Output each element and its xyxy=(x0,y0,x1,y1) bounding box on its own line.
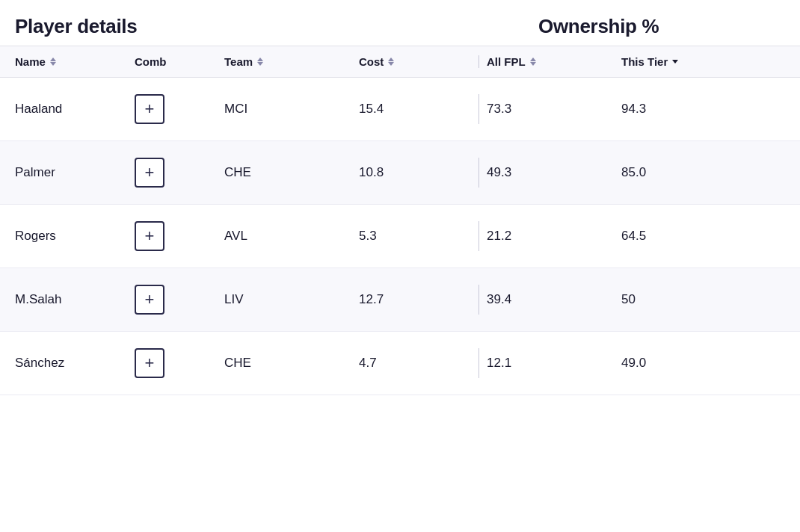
table-row: M.Salah + LIV 12.7 39.4 50 xyxy=(0,268,800,332)
allfpl-label: All FPL xyxy=(487,55,526,68)
player-cost: 15.4 xyxy=(359,102,384,116)
table-row: Palmer + CHE 10.8 49.3 85.0 xyxy=(0,141,800,205)
section-headers: Player details Ownership % xyxy=(0,0,800,46)
thistier-sort-icon[interactable] xyxy=(672,60,678,64)
player-name-cell: Haaland xyxy=(15,102,135,117)
row-divider xyxy=(479,221,479,251)
player-allfpl: 73.3 xyxy=(487,102,511,116)
player-thistier-cell: 50 xyxy=(621,292,785,307)
player-cost-cell: 12.7 xyxy=(359,292,471,307)
player-team-cell: AVL xyxy=(224,229,359,244)
player-name: M.Salah xyxy=(15,292,61,306)
player-name-cell: Sánchez xyxy=(15,356,135,371)
player-details-title: Player details xyxy=(15,15,538,38)
add-player-button[interactable]: + xyxy=(135,348,164,378)
player-name-cell: M.Salah xyxy=(15,292,135,307)
col-header-allfpl: All FPL xyxy=(487,55,621,68)
player-team-cell: MCI xyxy=(224,102,359,117)
player-thistier-cell: 94.3 xyxy=(621,102,785,117)
add-player-button[interactable]: + xyxy=(135,94,164,124)
player-cost-cell: 5.3 xyxy=(359,229,471,244)
col-header-thistier: This Tier xyxy=(621,55,785,68)
player-allfpl: 39.4 xyxy=(487,292,511,306)
player-allfpl: 21.2 xyxy=(487,229,511,243)
player-name-cell: Palmer xyxy=(15,165,135,180)
player-team-cell: CHE xyxy=(224,356,359,371)
cost-sort-icon[interactable] xyxy=(388,58,394,66)
player-allfpl-cell: 49.3 xyxy=(487,165,621,180)
player-thistier-cell: 64.5 xyxy=(621,229,785,244)
player-team: MCI xyxy=(224,102,247,116)
player-cost: 4.7 xyxy=(359,356,377,370)
player-team: CHE xyxy=(224,356,251,370)
player-allfpl-cell: 73.3 xyxy=(487,102,621,117)
player-comb-cell: + xyxy=(135,348,224,378)
player-name: Haaland xyxy=(15,102,62,116)
header-divider xyxy=(479,55,479,68)
add-player-button[interactable]: + xyxy=(135,158,164,188)
player-name: Rogers xyxy=(15,229,56,243)
allfpl-sort-icon[interactable] xyxy=(530,58,536,66)
ownership-title: Ownership % xyxy=(538,15,785,38)
player-thistier: 85.0 xyxy=(621,165,646,179)
player-thistier: 64.5 xyxy=(621,229,646,243)
table-body: Haaland + MCI 15.4 73.3 94.3 Palmer xyxy=(0,78,800,395)
player-cost-cell: 15.4 xyxy=(359,102,471,117)
player-comb-cell: + xyxy=(135,221,224,251)
player-name: Sánchez xyxy=(15,356,64,370)
player-name: Palmer xyxy=(15,165,55,179)
player-team: CHE xyxy=(224,165,251,179)
player-allfpl-cell: 21.2 xyxy=(487,229,621,244)
player-thistier-cell: 85.0 xyxy=(621,165,785,180)
table-header-row: Name Comb Team Cost All FPL xyxy=(0,46,800,78)
player-team-cell: LIV xyxy=(224,292,359,307)
cost-label: Cost xyxy=(359,55,384,68)
row-divider xyxy=(479,158,479,188)
name-sort-icon[interactable] xyxy=(50,58,56,66)
row-divider xyxy=(479,285,479,315)
player-cost: 10.8 xyxy=(359,165,384,179)
player-thistier: 50 xyxy=(621,292,636,306)
table-row: Haaland + MCI 15.4 73.3 94.3 xyxy=(0,78,800,141)
player-team-cell: CHE xyxy=(224,165,359,180)
player-name-cell: Rogers xyxy=(15,229,135,244)
comb-label: Comb xyxy=(135,55,167,68)
player-team: AVL xyxy=(224,229,247,243)
col-header-cost: Cost xyxy=(359,55,471,68)
row-divider xyxy=(479,94,479,124)
add-player-button[interactable]: + xyxy=(135,285,164,315)
player-cost: 5.3 xyxy=(359,229,377,243)
team-label: Team xyxy=(224,55,253,68)
table-row: Sánchez + CHE 4.7 12.1 49.0 xyxy=(0,332,800,395)
add-player-button[interactable]: + xyxy=(135,221,164,251)
player-comb-cell: + xyxy=(135,158,224,188)
team-sort-icon[interactable] xyxy=(257,58,263,66)
player-cost-cell: 10.8 xyxy=(359,165,471,180)
player-thistier-cell: 49.0 xyxy=(621,356,785,371)
player-comb-cell: + xyxy=(135,94,224,124)
ownership-section-header: Ownership % xyxy=(538,15,785,38)
player-details-section-header: Player details xyxy=(15,15,538,38)
player-allfpl-cell: 12.1 xyxy=(487,356,621,371)
player-cost: 12.7 xyxy=(359,292,384,306)
table-row: Rogers + AVL 5.3 21.2 64.5 xyxy=(0,205,800,268)
name-label: Name xyxy=(15,55,46,68)
row-divider xyxy=(479,348,479,378)
player-team: LIV xyxy=(224,292,244,306)
player-allfpl: 49.3 xyxy=(487,165,511,179)
player-allfpl-cell: 39.4 xyxy=(487,292,621,307)
player-cost-cell: 4.7 xyxy=(359,356,471,371)
player-thistier: 94.3 xyxy=(621,102,646,116)
thistier-label: This Tier xyxy=(621,55,668,68)
col-header-comb: Comb xyxy=(135,55,224,68)
player-comb-cell: + xyxy=(135,285,224,315)
col-header-name: Name xyxy=(15,55,135,68)
player-allfpl: 12.1 xyxy=(487,356,511,370)
col-header-team: Team xyxy=(224,55,359,68)
player-thistier: 49.0 xyxy=(621,356,646,370)
main-container: Player details Ownership % Name Comb Tea… xyxy=(0,0,800,395)
